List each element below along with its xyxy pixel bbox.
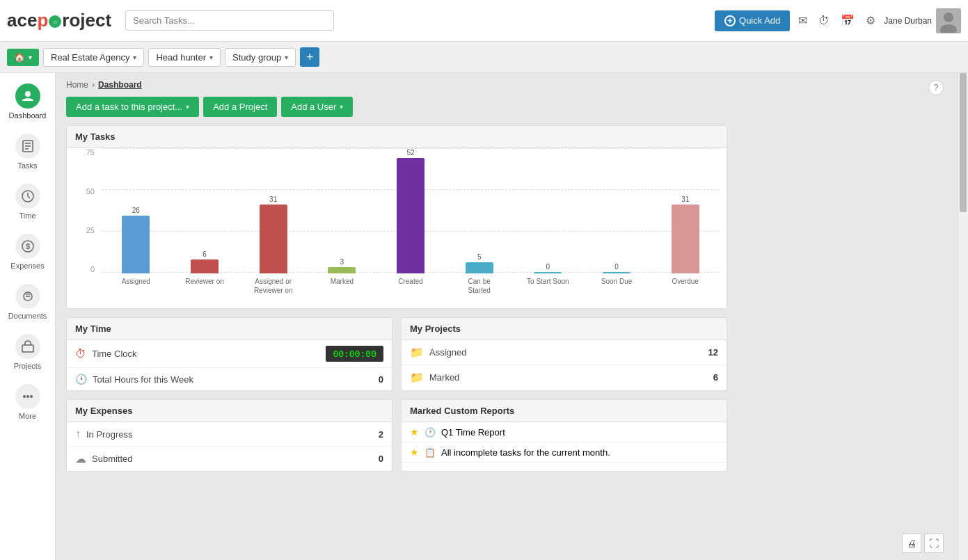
project-tab-study-group[interactable]: Study group ▾ — [225, 48, 296, 67]
svg-point-19 — [23, 395, 26, 398]
expenses-submitted-icon: ☁ — [75, 452, 86, 465]
bar-value-soon-due: 0 — [614, 263, 619, 271]
project-tab-real-estate[interactable]: Real Estate Agency ▾ — [43, 48, 144, 67]
bar-value-marked: 3 — [340, 258, 344, 266]
report-row-1[interactable]: ★ 🕐 Q1 Time Report — [402, 422, 727, 442]
bar-value-assigned-reviewer: 31 — [269, 195, 277, 203]
add-project-tab-button[interactable]: + — [300, 47, 319, 67]
report-time-icon: 🕐 — [425, 427, 436, 438]
report-tasks-icon: 📋 — [425, 447, 436, 458]
header-right: + Quick Add ✉ ⏱ 📅 ⚙ Jane Durban — [715, 8, 961, 33]
sidebar-item-tasks[interactable]: Tasks — [0, 127, 55, 177]
svg-rect-18 — [22, 345, 33, 352]
project-tab-arrow: ▾ — [133, 54, 136, 61]
chart-bars-area: 26 6 31 — [102, 148, 720, 273]
project-tab-head-hunter[interactable]: Head hunter ▾ — [148, 48, 221, 67]
sidebar-item-more[interactable]: More — [0, 377, 55, 427]
bar-soon-due: 0 — [582, 148, 651, 273]
calendar-icon-button[interactable]: 📅 — [838, 11, 857, 30]
report-label-2: All incomplete tasks for the current mon… — [441, 447, 610, 458]
add-user-label: Add a User — [291, 102, 336, 112]
sidebar-item-dashboard[interactable]: Dashboard — [0, 77, 55, 127]
time-clock-left: ⏱ Time Clock — [75, 348, 137, 360]
quick-add-button[interactable]: + Quick Add — [715, 10, 790, 31]
search-input[interactable] — [125, 10, 334, 31]
marked-reports-panel: Marked Custom Reports ★ 🕐 Q1 Time Report… — [401, 399, 727, 472]
time-clock-row: ⏱ Time Clock 00:00:00 — [67, 340, 392, 368]
expenses-submitted-label: Submitted — [92, 454, 133, 464]
sidebar-item-projects[interactable]: Projects — [0, 327, 55, 377]
bar-value-to-start-soon: 0 — [546, 263, 550, 271]
x-label-assigned-reviewer: Assigned orReviewer on — [239, 273, 308, 308]
x-label-assigned: Assigned — [102, 273, 170, 308]
sidebar-item-time[interactable]: Time — [0, 177, 55, 227]
logo-ace: ace — [7, 10, 37, 31]
bar-rect-can-be-started — [466, 262, 493, 273]
time-clock-display[interactable]: 00:00:00 — [326, 346, 383, 362]
more-icon — [15, 384, 40, 409]
my-time-title: My Time — [75, 323, 111, 334]
expenses-in-progress-value: 2 — [379, 429, 383, 440]
x-label-reviewer-on: Reviewer on — [170, 273, 239, 308]
timer-icon-button[interactable]: ⏱ — [816, 12, 832, 30]
expand-button[interactable]: ⛶ — [924, 534, 944, 553]
expenses-in-progress-left: ↑ In Progress — [75, 428, 132, 440]
bar-assigned-reviewer: 31 — [239, 148, 308, 273]
svg-line-12 — [28, 196, 30, 198]
dashboard-icon — [15, 83, 40, 109]
projects-marked-value: 6 — [713, 372, 718, 383]
sidebar-label: Dashboard — [9, 111, 47, 120]
sidebar-label: Expenses — [10, 262, 44, 270]
bar-value-reviewer: 6 — [203, 250, 207, 258]
top-header: acep○roject + Quick Add ✉ ⏱ 📅 ⚙ Jane Dur… — [0, 0, 968, 42]
x-label-can-be-started: Can beStarted — [445, 273, 514, 308]
time-icon — [15, 184, 40, 209]
svg-point-5 — [25, 91, 31, 97]
print-button[interactable]: 🖨 — [902, 534, 921, 553]
app-logo: acep○roject — [7, 10, 111, 31]
report-row-2[interactable]: ★ 📋 All incomplete tasks for the current… — [402, 442, 727, 463]
expenses-submitted-row: ☁ Submitted 0 — [67, 447, 392, 471]
y-label-25: 25 — [86, 226, 95, 234]
add-user-button[interactable]: Add a User ▾ — [281, 97, 353, 117]
add-task-button[interactable]: Add a task to this project... ▾ — [66, 97, 199, 117]
logo-p: p — [37, 10, 48, 31]
mail-icon-button[interactable]: ✉ — [795, 11, 810, 30]
bar-rect-reviewer — [191, 259, 219, 273]
add-project-label: Add a Project — [213, 102, 267, 112]
project-tab-label: Real Estate Agency — [51, 52, 129, 63]
project-tab-arrow: ▾ — [209, 54, 213, 61]
two-col-time-projects: My Time ⏱ Time Clock 00:00:00 🕐 Total Ho… — [66, 317, 727, 399]
bar-rect-created — [397, 158, 425, 273]
plus-circle-icon: + — [724, 15, 736, 26]
user-avatar — [936, 8, 961, 33]
user-info: Jane Durban — [884, 8, 961, 33]
main-layout: Dashboard Tasks Time $ Expenses Document… — [0, 73, 968, 560]
svg-point-21 — [30, 395, 33, 398]
help-button[interactable]: ? — [928, 80, 944, 95]
tasks-icon — [15, 134, 40, 159]
sidebar-label: Time — [19, 211, 35, 220]
sidebar-item-expenses[interactable]: $ Expenses — [0, 227, 55, 277]
my-time-header: My Time — [67, 318, 392, 340]
breadcrumb-home[interactable]: Home — [66, 80, 88, 90]
projects-assigned-value: 12 — [708, 347, 718, 358]
my-expenses-title: My Expenses — [75, 406, 132, 416]
x-label-soon-due: Soon Due — [582, 273, 651, 308]
breadcrumb-separator: › — [92, 80, 95, 90]
settings-icon-button[interactable]: ⚙ — [863, 11, 878, 30]
actions-bar: Add a task to this project... ▾ Add a Pr… — [66, 97, 727, 117]
projects-folder-icon: 📁 — [410, 346, 424, 359]
sidebar-item-documents[interactable]: Documents — [0, 277, 55, 327]
bar-value-created: 52 — [406, 149, 414, 157]
bar-value-overdue: 31 — [681, 195, 689, 203]
user-name: Jane Durban — [884, 16, 932, 26]
home-button[interactable]: 🏠 ▾ — [7, 49, 39, 66]
right-scrollbar[interactable] — [958, 73, 968, 560]
bar-rect-assigned-reviewer — [260, 205, 287, 273]
bar-created: 52 — [376, 148, 445, 273]
add-project-button[interactable]: Add a Project — [203, 97, 277, 117]
total-hours-row: 🕐 Total Hours for this Week 0 — [67, 368, 392, 390]
expenses-icon: $ — [15, 234, 40, 259]
x-label-marked: Marked — [308, 273, 376, 308]
